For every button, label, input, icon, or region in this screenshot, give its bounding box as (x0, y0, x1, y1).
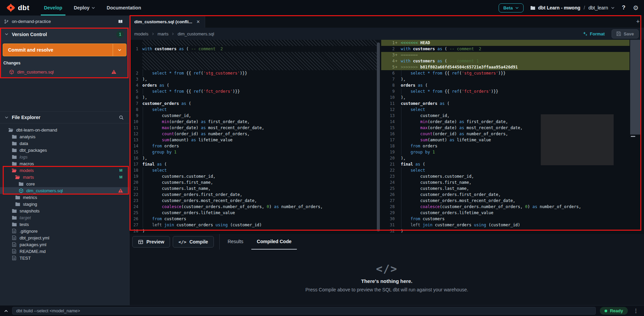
version-control-header[interactable]: Version Control 1 (0, 28, 129, 41)
code-line[interactable]: 26 customer_orders.first_order_date, (381, 192, 629, 198)
tab-dim-customers[interactable]: dim_customers.sql (confli... ✕ (130, 16, 205, 28)
code-line[interactable]: 27 left join customer_orders using (cust… (130, 222, 377, 228)
editor-scrollbar[interactable] (377, 42, 380, 231)
tree-item-metrics[interactable]: metrics (0, 194, 129, 201)
nav-deploy[interactable]: Deploy (69, 0, 100, 16)
tree-item-marts[interactable]: martsM (0, 174, 129, 180)
code-line[interactable]: 14 from orders (130, 143, 377, 149)
preview-button[interactable]: Preview (132, 236, 170, 248)
code-line[interactable]: 4+with customers as ( -- comment 1 (381, 58, 629, 64)
code-line[interactable]: 5+>>>>>>> b81f802a66fd544504c65721e3ffaa… (381, 64, 629, 70)
code-line[interactable]: 28 coalesce(customer_orders.number_of_or… (381, 204, 629, 210)
tree-item-models[interactable]: modelsM (0, 167, 129, 174)
tree-item-staging[interactable]: staging (0, 201, 129, 207)
code-line[interactable]: 12 select (381, 107, 629, 113)
code-line[interactable]: 2 select * from {{ ref('stg_customers')}… (130, 70, 377, 76)
tab-results[interactable]: Results (222, 234, 249, 250)
save-button[interactable]: Save (612, 29, 639, 38)
tab-compiled-code[interactable]: Compiled Code (251, 234, 297, 250)
code-line[interactable]: 29 customer_orders.lifetime_value (381, 210, 629, 216)
code-line[interactable]: 31 left join customer_orders using (cust… (381, 222, 629, 228)
code-line[interactable]: 9 select * from {{ ref('fct_orders')}} (381, 88, 629, 94)
changed-file-row[interactable]: dim_customers.sql (0, 67, 129, 76)
code-line[interactable]: 21 customers.last_name, (130, 185, 377, 192)
tree-item-dbt-learn-on-demand[interactable]: dbt-learn-on-demand (0, 126, 129, 133)
breadcrumb-models[interactable]: models (134, 31, 148, 36)
commit-options-caret[interactable] (113, 44, 126, 56)
kebab-menu-icon[interactable]: ⋮ (632, 308, 640, 314)
code-line[interactable]: 8 select (130, 107, 377, 113)
code-line[interactable] (130, 40, 377, 46)
code-line[interactable]: 3+======= (381, 52, 629, 58)
new-tab-button[interactable]: + (632, 16, 644, 28)
tree-item-target[interactable]: target (0, 214, 129, 221)
code-line[interactable]: 24 customers.first_name, (381, 179, 629, 185)
code-line[interactable]: 1+<<<<<<< HEAD (381, 40, 629, 46)
tree-item-TEST[interactable]: TEST (0, 255, 129, 261)
compile-button[interactable]: </> Compile (173, 236, 214, 248)
nav-develop[interactable]: Develop (39, 0, 66, 16)
tree-item-packages.yml[interactable]: packages.yml (0, 241, 129, 248)
code-line[interactable]: 20 customers.first_name, (130, 179, 377, 185)
code-line[interactable]: 3), (130, 76, 377, 82)
book-icon[interactable] (118, 19, 123, 24)
search-icon[interactable] (119, 115, 124, 120)
breadcrumb-marts[interactable]: marts (158, 31, 169, 36)
settings-gear-icon[interactable]: ⚙ (633, 5, 639, 11)
code-line[interactable]: 6 select * from {{ ref('stg_customers')}… (381, 70, 629, 76)
code-line[interactable]: 7), (381, 76, 629, 82)
tree-item-macros[interactable]: macros (0, 160, 129, 167)
code-line[interactable]: 28) (130, 228, 377, 234)
code-line[interactable]: 7customer_orders as ( (130, 100, 377, 107)
code-line[interactable]: 12 count(order_id) as number_of_orders, (130, 131, 377, 137)
code-line[interactable]: 5 select * from {{ ref('fct_orders')}} (130, 88, 377, 94)
code-line[interactable]: 6), (130, 94, 377, 100)
tree-item-README.md[interactable]: README.md (0, 248, 129, 255)
tree-item-snapshots[interactable]: snapshots (0, 207, 129, 214)
branch-selector[interactable]: on-demand-practice (0, 16, 129, 28)
code-line[interactable]: 10 min(order_date) as first_order_date, (130, 119, 377, 125)
tree-item-.gitignore[interactable]: .gitignore (0, 228, 129, 234)
code-line[interactable]: 22 select (381, 167, 629, 173)
close-tab-icon[interactable]: ✕ (196, 19, 200, 24)
code-line[interactable]: 13 sum(amount) as lifetime_value (130, 137, 377, 143)
format-button[interactable]: Format (583, 31, 605, 36)
code-line[interactable]: 9 customer_id, (130, 113, 377, 119)
tree-item-dbt_project.yml[interactable]: dbt_project.yml (0, 234, 129, 241)
code-line[interactable]: 26 from customers (130, 216, 377, 222)
file-explorer-header[interactable]: File Explorer (0, 111, 129, 123)
code-line[interactable] (130, 52, 377, 58)
tree-item-analysis[interactable]: analysis (0, 133, 129, 140)
code-line[interactable] (130, 58, 377, 64)
tree-item-logs[interactable]: logs (0, 153, 129, 160)
code-line[interactable]: 10), (381, 94, 629, 100)
code-line[interactable]: 11 max(order_date) as most_recent_order_… (130, 125, 377, 131)
code-line[interactable] (130, 64, 377, 70)
code-line[interactable]: 4orders as ( (130, 82, 377, 88)
tree-item-dim_customers.sql[interactable]: dim_customers.sql (0, 187, 129, 194)
code-line[interactable]: 18 select (130, 167, 377, 173)
tree-item-data[interactable]: data (0, 140, 129, 147)
code-line[interactable]: 17final as ( (130, 161, 377, 167)
code-line[interactable]: 23 customer_orders.most_recent_order_dat… (130, 198, 377, 204)
breadcrumb-file[interactable]: dim_customers.sql (177, 31, 214, 36)
code-line[interactable]: 32) (381, 228, 629, 234)
overview-ruler[interactable] (630, 40, 640, 135)
code-line[interactable]: 2with customers as ( -- comment 2 (381, 46, 629, 52)
code-line[interactable]: 30 from customers (381, 216, 629, 222)
chevron-up-icon[interactable] (4, 309, 8, 313)
dbt-logo[interactable]: dbt (6, 3, 29, 12)
code-line[interactable]: 27 customer_orders.most_recent_order_dat… (381, 198, 629, 204)
help-button[interactable]: ? (621, 4, 626, 11)
commit-and-resolve-button[interactable]: Commit and resolve (3, 44, 127, 56)
tree-item-tests[interactable]: tests (0, 221, 129, 228)
nav-documentation[interactable]: Documentation (102, 0, 145, 16)
code-line[interactable]: 22 customer_orders.first_order_date, (130, 192, 377, 198)
code-line[interactable]: 8orders as ( (381, 82, 629, 88)
code-line[interactable]: 25 customer_orders.lifetime_value (130, 210, 377, 216)
code-line[interactable]: 11customer_orders as ( (381, 100, 629, 107)
code-line[interactable]: 19 customers.customer_id, (130, 173, 377, 179)
code-line[interactable]: 24 coalesce(customer_orders.number_of_or… (130, 204, 377, 210)
code-line[interactable]: 15 group by 1 (130, 149, 377, 155)
code-line[interactable]: 16), (130, 155, 377, 161)
